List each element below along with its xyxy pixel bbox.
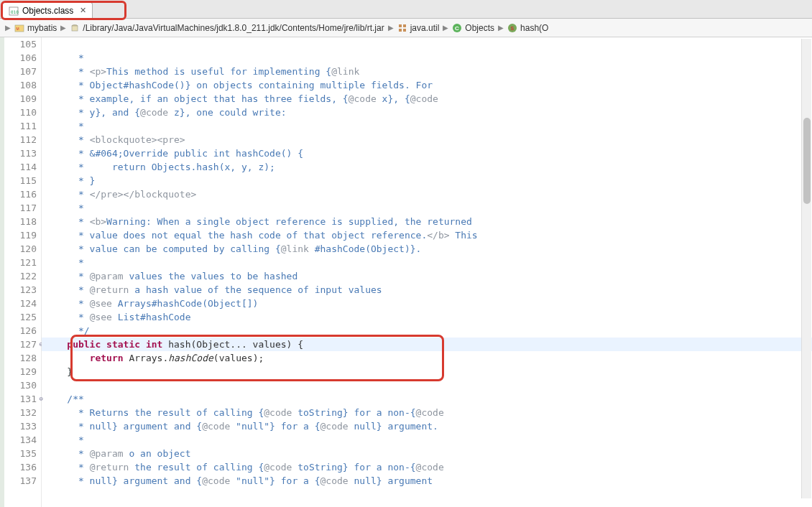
tab-label: Objects.class [22,6,73,16]
code-line[interactable]: } [42,365,812,378]
code-line[interactable]: * &#064;Override public int hashCode() { [42,146,812,160]
svg-rect-5 [72,26,78,31]
code-line[interactable]: * @see Arrays#hashCode(Object[]) [42,297,812,310]
code-line[interactable]: * return Objects.hash(x, y, z); [42,160,812,174]
line-number: 115 [0,174,41,187]
close-icon[interactable]: ✕ [80,6,86,15]
tab-objects-class[interactable]: 010 Objects.class ✕ [2,2,93,18]
line-number: 137 [0,474,41,488]
breadcrumb: ▶ M mybatis ▶ /Library/Java/JavaVirtualM… [0,19,812,37]
method-icon: S [507,23,517,33]
code-line[interactable]: * } [42,174,812,187]
svg-rect-6 [399,24,402,27]
svg-rect-7 [403,24,406,27]
line-number: 113 [0,146,41,160]
line-number: 107 [0,65,41,78]
line-number: 105 [0,37,41,51]
vertical-scrollbar[interactable] [801,39,811,498]
line-number: 127⊖ [0,338,41,351]
code-line[interactable]: * <b>Warning: When a single object refer… [42,215,812,228]
code-line[interactable]: * value can be computed by calling {@lin… [42,242,812,256]
editor-tab-bar: 010 Objects.class ✕ [0,0,812,19]
code-area[interactable]: * * <p>This method is useful for impleme… [42,37,812,507]
code-line[interactable]: * [42,119,812,133]
code-line[interactable]: * null} argument and {@code "null"} for … [42,419,812,433]
code-editor[interactable]: 1051061071081091101111121131141151161171… [0,37,812,507]
line-number: 134 [0,433,41,447]
line-number: 129 [0,365,41,378]
jar-icon [70,23,80,33]
breadcrumb-project[interactable]: M mybatis [14,23,57,33]
chevron-right-icon: ▶ [58,24,68,32]
project-icon: M [14,23,24,33]
code-line[interactable]: */ [42,324,812,338]
breadcrumb-method[interactable]: S hash(O [507,23,548,33]
code-line[interactable] [42,37,812,51]
code-line[interactable]: * <blockquote><pre> [42,133,812,146]
svg-text:S: S [511,26,515,31]
scrollbar-thumb[interactable] [803,118,811,204]
line-number: 109 [0,92,41,106]
chevron-right-icon: ▶ [440,24,451,32]
svg-text:M: M [17,27,19,31]
line-number: 119 [0,228,41,242]
line-number: 135 [0,447,41,460]
class-icon: C [452,23,462,33]
code-line[interactable]: * example, if an object that has three f… [42,92,812,106]
line-number: 120 [0,242,41,256]
breadcrumb-class[interactable]: C Objects [452,23,494,33]
svg-rect-8 [399,29,402,32]
line-number: 110 [0,106,41,119]
line-number: 136 [0,460,41,474]
line-number: 114 [0,160,41,174]
line-number-gutter: 1051061071081091101111121131141151161171… [0,37,42,507]
line-number: 118 [0,215,41,228]
package-icon [397,23,407,33]
code-line[interactable]: * value does not equal the hash code of … [42,228,812,242]
breadcrumb-package[interactable]: java.util [397,23,440,33]
chevron-right-icon: ▶ [496,24,506,32]
code-line[interactable]: * @see List#hashCode [42,310,812,324]
code-line[interactable]: * Returns the result of calling {@code t… [42,406,812,419]
code-line[interactable]: * @param o an object [42,447,812,460]
code-line[interactable]: * [42,201,812,215]
code-line[interactable]: * [42,51,812,65]
line-number: 122 [0,269,41,283]
code-line[interactable]: * @return a hash value of the sequence o… [42,283,812,297]
code-line[interactable]: * null} argument and {@code "null"} for … [42,474,812,488]
line-number: 125 [0,310,41,324]
code-line[interactable]: /** [42,392,812,406]
chevron-right-icon: ▶ [386,24,396,32]
classfile-icon: 010 [9,6,19,16]
line-number: 106 [0,51,41,65]
line-number: 130 [0,378,41,392]
code-line[interactable]: return Arrays.hashCode(values); [42,351,812,365]
line-number: 111 [0,119,41,133]
code-line[interactable]: * y}, and {@code z}, one could write: [42,106,812,119]
line-number: 131⊖ [0,392,41,406]
svg-text:C: C [455,25,459,32]
line-number: 121 [0,256,41,269]
code-line[interactable]: * <p>This method is useful for implement… [42,65,812,78]
code-line[interactable]: * Object#hashCode()} on objects containi… [42,78,812,92]
code-line[interactable]: * </pre></blockquote> [42,187,812,201]
code-line[interactable]: * @return the result of calling {@code t… [42,460,812,474]
code-line[interactable]: * [42,256,812,269]
svg-text:010: 010 [11,9,19,14]
breadcrumb-jar[interactable]: /Library/Java/JavaVirtualMachines/jdk1.8… [70,23,384,33]
line-number: 126 [0,324,41,338]
line-number: 123 [0,283,41,297]
code-line[interactable]: * @param values the values to be hashed [42,269,812,283]
line-number: 112 [0,133,41,146]
line-number: 128 [0,351,41,365]
line-number: 133 [0,419,41,433]
line-number: 108 [0,78,41,92]
chevron-right-icon[interactable]: ▶ [3,24,13,32]
line-number: 132 [0,406,41,419]
code-line[interactable] [42,378,812,392]
code-line[interactable]: * [42,433,812,447]
line-number: 117 [0,201,41,215]
code-line[interactable]: public static int hash(Object... values)… [42,338,812,351]
svg-rect-9 [403,29,406,32]
line-number: 116 [0,187,41,201]
